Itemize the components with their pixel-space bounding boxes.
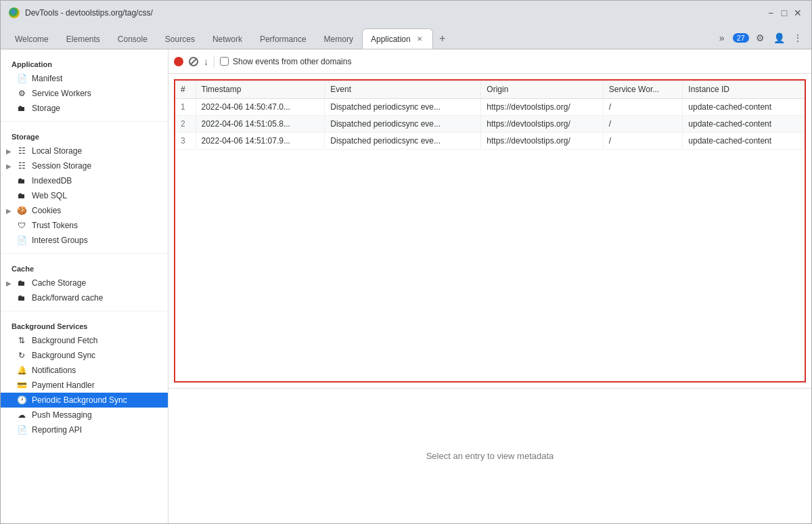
download-button[interactable]: ↓ <box>204 56 208 67</box>
sidebar-item-session-storage-label: Session Storage <box>32 161 91 171</box>
record-button[interactable] <box>174 57 183 66</box>
menu-icon[interactable]: ⋮ <box>790 30 806 46</box>
tabbar-right-area: » 27 ⚙ 👤 ⋮ <box>714 30 811 49</box>
sidebar-item-interest-groups[interactable]: 📄 Interest Groups <box>1 233 168 248</box>
notification-badge: 27 <box>733 33 749 43</box>
window-title: DevTools - devtoolstips.org/tag/css/ <box>25 8 760 18</box>
sidebar-item-payment-handler[interactable]: 💳 Payment Handler <box>1 378 168 393</box>
cloud-icon: ☁ <box>17 410 26 420</box>
sidebar-item-notifications-label: Notifications <box>32 366 76 375</box>
sidebar-item-push-messaging[interactable]: ☁ Push Messaging <box>1 408 168 422</box>
sidebar-item-notifications[interactable]: 🔔 Notifications <box>1 363 168 378</box>
sidebar-item-trust-tokens[interactable]: 🛡 Trust Tokens <box>1 218 168 233</box>
close-button[interactable]: ✕ <box>792 7 803 18</box>
file-icon: 📄 <box>17 236 26 245</box>
table-row[interactable]: 3 2022-04-06 14:51:07.9... Dispatched pe… <box>175 133 805 150</box>
sidebar-item-cache-storage[interactable]: ▶ 🖿 Cache Storage <box>1 276 168 290</box>
more-tabs-button[interactable]: » <box>714 30 730 46</box>
sidebar-item-background-sync[interactable]: ↻ Background Sync <box>1 348 168 363</box>
sidebar-item-indexeddb-label: IndexedDB <box>32 176 72 185</box>
metadata-panel: Select an entry to view metadata <box>168 388 811 523</box>
sidebar-item-cookies-label: Cookies <box>32 206 61 215</box>
sidebar-item-service-workers-label: Service Workers <box>32 89 91 98</box>
record-icon <box>174 57 183 66</box>
sidebar-item-background-sync-label: Background Sync <box>32 351 95 360</box>
tab-console[interactable]: Console <box>109 28 156 49</box>
divider-2 <box>1 253 168 254</box>
cell-event: Dispatched periodicsync eve... <box>325 133 481 150</box>
card-icon: 💳 <box>17 380 26 390</box>
col-header-num[interactable]: # <box>175 81 196 99</box>
toolbar-separator <box>214 56 215 68</box>
tab-welcome-label: Welcome <box>15 35 49 44</box>
sidebar-item-background-fetch[interactable]: ⇅ Background Fetch <box>1 333 168 348</box>
sidebar-item-trust-tokens-label: Trust Tokens <box>32 221 78 230</box>
divider-3 <box>1 311 168 311</box>
tab-application[interactable]: Application ✕ <box>362 28 433 49</box>
window-controls: − □ ✕ <box>765 7 803 18</box>
sidebar-item-reporting-api[interactable]: 📄 Reporting API <box>1 422 168 437</box>
events-table: # Timestamp Event Origin Service Wor... … <box>175 81 805 150</box>
table-row[interactable]: 1 2022-04-06 14:50:47.0... Dispatched pe… <box>175 99 805 116</box>
cell-num: 2 <box>175 116 196 133</box>
cell-instance-id: update-cached-content <box>683 116 805 133</box>
sidebar-item-cache-storage-label: Cache Storage <box>32 278 86 288</box>
col-header-event[interactable]: Event <box>325 81 481 99</box>
sidebar-item-backforward-cache[interactable]: 🖿 Back/forward cache <box>1 290 168 305</box>
tab-performance[interactable]: Performance <box>251 28 315 49</box>
cell-service-worker: / <box>603 99 683 116</box>
sidebar-item-session-storage[interactable]: ▶ ☷ Session Storage <box>1 158 168 173</box>
table-header-row: # Timestamp Event Origin Service Wor... … <box>175 81 805 99</box>
col-header-service-worker[interactable]: Service Wor... <box>603 81 683 99</box>
grid-icon: ☷ <box>17 161 26 171</box>
cell-event: Dispatched periodicsync eve... <box>325 99 481 116</box>
show-other-domains-label[interactable]: Show events from other domains <box>220 57 351 66</box>
cell-num: 1 <box>175 99 196 116</box>
sidebar-item-web-sql[interactable]: 🖿 Web SQL <box>1 188 168 203</box>
show-other-domains-checkbox[interactable] <box>220 57 229 66</box>
sidebar-item-indexeddb[interactable]: 🖿 IndexedDB <box>1 173 168 188</box>
sidebar-item-storage[interactable]: 🖿 Storage <box>1 101 168 116</box>
tab-welcome[interactable]: Welcome <box>6 28 58 49</box>
arrow-icon: ▶ <box>6 207 12 215</box>
section-title-background-services: Background Services <box>1 317 168 333</box>
col-header-origin[interactable]: Origin <box>481 81 603 99</box>
tab-console-label: Console <box>118 35 148 44</box>
download-icon: ↓ <box>204 56 208 67</box>
sidebar-item-periodic-background-sync[interactable]: 🕐 Periodic Background Sync <box>1 393 168 408</box>
bell-icon: 🔔 <box>17 366 26 375</box>
main-area: Application 📄 Manifest ⚙ Service Workers… <box>1 49 811 523</box>
tab-application-close[interactable]: ✕ <box>415 35 424 44</box>
sidebar-item-reporting-api-label: Reporting API <box>32 425 82 435</box>
tab-memory[interactable]: Memory <box>315 28 362 49</box>
table-row[interactable]: 2 2022-04-06 14:51:05.8... Dispatched pe… <box>175 116 805 133</box>
tab-sources[interactable]: Sources <box>156 28 204 49</box>
sidebar-item-payment-handler-label: Payment Handler <box>32 380 95 390</box>
db-icon: 🖿 <box>17 176 26 185</box>
section-title-cache: Cache <box>1 259 168 276</box>
cell-service-worker: / <box>603 133 683 150</box>
section-title-storage: Storage <box>1 127 168 144</box>
maximize-button[interactable]: □ <box>779 7 790 18</box>
tab-add-button[interactable]: + <box>433 28 452 49</box>
sidebar-item-web-sql-label: Web SQL <box>32 191 67 200</box>
devtools-window: DevTools - devtoolstips.org/tag/css/ − □… <box>0 0 812 524</box>
minimize-button[interactable]: − <box>765 7 776 18</box>
cancel-button[interactable] <box>189 57 198 66</box>
cell-timestamp: 2022-04-06 14:51:05.8... <box>196 116 325 133</box>
customize-icon[interactable]: 👤 <box>771 30 787 46</box>
sidebar-item-local-storage[interactable]: ▶ ☷ Local Storage <box>1 144 168 158</box>
tab-performance-label: Performance <box>260 35 307 44</box>
tab-elements[interactable]: Elements <box>58 28 109 49</box>
sidebar-item-cookies[interactable]: ▶ 🍪 Cookies <box>1 203 168 218</box>
sidebar-item-push-messaging-label: Push Messaging <box>32 410 92 420</box>
tab-network[interactable]: Network <box>204 28 251 49</box>
file-icon: 📄 <box>17 425 26 435</box>
settings-icon[interactable]: ⚙ <box>752 30 768 46</box>
col-header-instance-id[interactable]: Instance ID <box>683 81 805 99</box>
col-header-timestamp[interactable]: Timestamp <box>196 81 325 99</box>
sidebar-item-manifest[interactable]: 📄 Manifest <box>1 71 168 86</box>
tab-sources-label: Sources <box>165 35 195 44</box>
db-icon: 🖿 <box>17 278 26 288</box>
sidebar-item-service-workers[interactable]: ⚙ Service Workers <box>1 86 168 101</box>
